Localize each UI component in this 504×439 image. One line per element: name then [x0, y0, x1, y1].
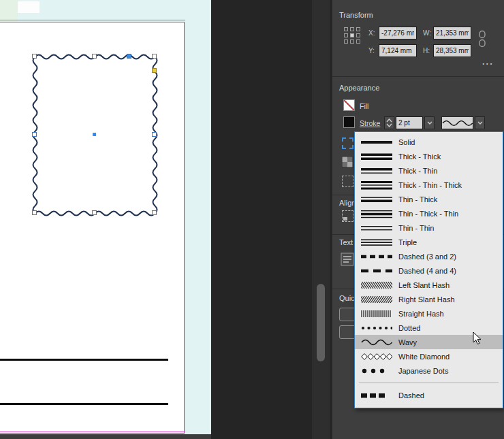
transform-more-options-button[interactable]: ...	[482, 56, 494, 67]
h-field-label: H:	[423, 47, 430, 54]
fill-color-swatch[interactable]	[343, 99, 355, 111]
stroke-style-dropdown-menu: SolidThick - ThickThick - ThinThick - Th…	[354, 131, 503, 408]
constrain-proportions-icon[interactable]	[478, 30, 486, 50]
stroke-preview-japanese-dots-icon	[361, 366, 392, 376]
selection-handle-active[interactable]	[127, 54, 131, 59]
stroke-style-label: Straight Hash	[398, 310, 444, 318]
stroke-style-label: Solid	[398, 138, 415, 146]
stroke-preview-straight-hash-icon	[361, 309, 392, 319]
stroke-style-label: Dotted	[398, 324, 420, 332]
appearance-section-title: Appearance	[339, 84, 379, 92]
stroke-style-option-thick-thin-thick[interactable]: Thick - Thin - Thick	[355, 178, 503, 192]
reference-point-cell[interactable]	[344, 33, 348, 37]
document-window-edge	[0, 434, 211, 439]
dashed-square-gray-icon[interactable]	[342, 176, 353, 187]
stroke-style-label: Wavy	[398, 338, 417, 346]
reference-point-cell[interactable]	[356, 27, 360, 31]
section-divider	[332, 76, 504, 77]
menu-separator	[359, 383, 499, 383]
stroke-preview-dashed-custom-icon	[361, 391, 392, 400]
reference-point-cell[interactable]	[350, 33, 354, 37]
transform-section-title: Transform	[339, 11, 373, 19]
stroke-style-label: Dashed	[398, 391, 424, 400]
stroke-style-option-solid[interactable]: Solid	[355, 135, 503, 149]
selection-handle[interactable]	[32, 54, 37, 59]
y-field-label: Y:	[368, 47, 375, 54]
stroke-preview-thin-thick-icon	[361, 195, 392, 204]
stroke-preview-dashed-3-2-icon	[361, 252, 392, 261]
object-center-point[interactable]	[93, 133, 96, 136]
selection-handle-yellow[interactable]	[152, 68, 157, 73]
selection-handle[interactable]	[152, 210, 157, 215]
w-input[interactable]	[433, 27, 471, 39]
stroke-preview-right-slant-hash-icon	[361, 295, 392, 304]
stroke-style-label: Thick - Thin - Thick	[398, 181, 462, 189]
stroke-style-label: Triple	[398, 238, 417, 246]
vertical-scrollbar-thumb[interactable]	[317, 284, 325, 361]
h-input[interactable]	[433, 44, 471, 57]
stroke-style-label: Japanese Dots	[398, 367, 448, 375]
selection-handle[interactable]	[32, 210, 37, 215]
reference-point-cell[interactable]	[350, 39, 354, 44]
document-viewport[interactable]	[0, 0, 211, 439]
selection-handle[interactable]	[152, 54, 157, 59]
stroke-style-option-right-slant-hash[interactable]: Right Slant Hash	[355, 292, 503, 306]
stroke-style-label: White Diamond	[398, 353, 450, 361]
stroke-style-option-straight-hash[interactable]: Straight Hash	[355, 306, 503, 321]
stroke-preview-dashed-4-4-icon	[361, 266, 392, 276]
reference-point-cell[interactable]	[344, 39, 348, 44]
vertical-scrollbar-track[interactable]	[312, 0, 330, 439]
w-field-label: W:	[423, 29, 431, 37]
reference-point-cell[interactable]	[356, 33, 360, 37]
stroke-preview-thin-thin-icon	[361, 223, 392, 233]
selection-handle[interactable]	[32, 132, 37, 137]
stroke-style-label: Thick - Thick	[398, 152, 441, 161]
stroke-style-option-thin-thin[interactable]: Thin - Thin	[355, 221, 503, 235]
stroke-style-option-white-diamond[interactable]: White Diamond	[355, 349, 503, 363]
stroke-style-option-dashed[interactable]: Dashed	[355, 388, 503, 402]
fill-label: Fill	[360, 102, 368, 110]
stroke-weight-stepper[interactable]	[384, 116, 394, 129]
reference-point-cell[interactable]	[356, 39, 360, 44]
stroke-style-option-dashed-3-and-2-[interactable]: Dashed (3 and 2)	[355, 249, 503, 263]
stroke-style-option-thin-thick-thin[interactable]: Thin - Thick - Thin	[355, 206, 503, 221]
stroke-weight-dropdown-button[interactable]	[424, 116, 435, 129]
stroke-style-label: Thin - Thin	[398, 224, 434, 232]
stroke-style-option-thick-thick[interactable]: Thick - Thick	[355, 149, 503, 163]
reference-point-cell[interactable]	[350, 27, 354, 31]
stroke-preview-triple-icon	[361, 238, 392, 247]
stroke-style-option-japanese-dots[interactable]: Japanese Dots	[355, 363, 503, 378]
stroke-style-label: Thin - Thick - Thin	[398, 210, 458, 218]
stroke-style-label: Dashed (4 and 4)	[398, 267, 456, 275]
stroke-link[interactable]: Stroke	[360, 119, 380, 127]
reference-point-locator[interactable]	[344, 27, 360, 44]
align-objects-icon[interactable]	[342, 210, 353, 222]
stroke-style-preview[interactable]	[441, 116, 473, 129]
selection-handle[interactable]	[92, 210, 97, 215]
stroke-color-swatch[interactable]	[343, 116, 355, 128]
stroke-preview-left-slant-hash-icon	[361, 280, 392, 290]
stroke-preview-dotted-icon	[361, 323, 392, 333]
dashed-square-blue-icon[interactable]	[342, 137, 353, 149]
stroke-preview-thin-thick-thin-icon	[361, 209, 392, 218]
y-input[interactable]	[379, 44, 417, 57]
selection-handle[interactable]	[92, 54, 97, 59]
stroke-style-label: Dashed (3 and 2)	[398, 253, 456, 261]
stroke-style-option-dashed-4-and-4-[interactable]: Dashed (4 and 4)	[355, 263, 503, 278]
text-options-icon[interactable]	[341, 253, 354, 266]
stroke-style-option-thick-thin[interactable]: Thick - Thin	[355, 163, 503, 178]
reference-point-cell[interactable]	[344, 27, 348, 31]
stroke-style-option-left-slant-hash[interactable]: Left Slant Hash	[355, 278, 503, 292]
selection-handle[interactable]	[152, 132, 157, 137]
align-section-title: Align	[339, 199, 356, 207]
stroke-style-label: Thick - Thin	[398, 167, 437, 175]
stroke-style-option-thin-thick[interactable]: Thin - Thick	[355, 192, 503, 206]
stroke-weight-input[interactable]	[396, 116, 423, 129]
stroke-style-option-triple[interactable]: Triple	[355, 235, 503, 249]
mouse-cursor	[473, 331, 482, 345]
x-input[interactable]	[379, 27, 417, 39]
transparency-grid-icon[interactable]	[342, 157, 353, 168]
stroke-preview-solid-icon	[361, 137, 392, 147]
stroke-style-dropdown-button[interactable]	[475, 116, 485, 129]
stroke-style-label: Thin - Thick	[398, 195, 437, 204]
